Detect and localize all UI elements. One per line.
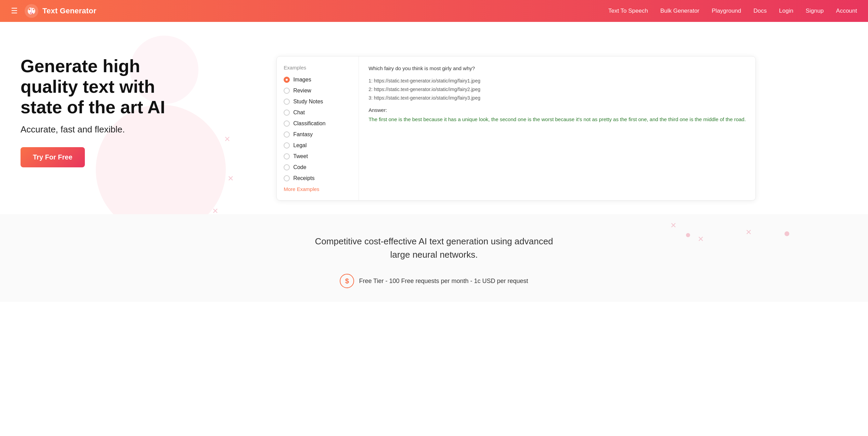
deco-dot-bottom-2	[785, 231, 789, 236]
example-answer-label: Answer:	[368, 107, 746, 113]
navbar-right: Text To Speech Bulk Generator Playground…	[608, 8, 857, 14]
brand-name: Text Generator	[42, 7, 96, 15]
deco-cross-bottom-3: ✕	[746, 228, 752, 237]
example-url-3: 3: https://static.text-generator.io/stat…	[368, 94, 746, 102]
example-name-classification: Classification	[293, 120, 325, 127]
example-url-2: 2: https://static.text-generator.io/stat…	[368, 85, 746, 94]
example-url-1: 1: https://static.text-generator.io/stat…	[368, 77, 746, 85]
deco-cross-bottom-2: ✕	[698, 235, 704, 244]
svg-point-6	[32, 13, 33, 14]
example-item-chat[interactable]: Chat	[284, 110, 352, 116]
nav-link-account[interactable]: Account	[836, 8, 857, 14]
deco-cross-bottom-1: ✕	[670, 221, 676, 230]
free-tier-text: Free Tier - 100 Free requests per month …	[359, 278, 528, 285]
svg-point-3	[29, 9, 30, 10]
radio-chat[interactable]	[284, 110, 290, 116]
bottom-section: ✕ ✕ ✕ Competitive cost-effective AI text…	[0, 214, 868, 302]
brand-logo	[25, 4, 38, 18]
svg-point-5	[30, 13, 31, 14]
example-name-study-notes: Study Notes	[293, 99, 323, 105]
example-item-legal[interactable]: Legal	[284, 142, 352, 149]
radio-receipts[interactable]	[284, 175, 290, 181]
example-answer-text: The first one is the best because it has…	[368, 115, 746, 124]
example-item-classification[interactable]: Classification	[284, 120, 352, 127]
nav-link-playground[interactable]: Playground	[712, 8, 741, 14]
example-urls: 1: https://static.text-generator.io/stat…	[368, 77, 746, 103]
radio-images[interactable]	[284, 77, 290, 83]
nav-link-signup[interactable]: Signup	[806, 8, 824, 14]
radio-fantasy[interactable]	[284, 131, 290, 138]
example-question: Which fairy do you think is most girly a…	[368, 65, 746, 73]
example-item-tweet[interactable]: Tweet	[284, 153, 352, 159]
example-name-review: Review	[293, 88, 311, 94]
svg-point-4	[33, 9, 34, 10]
examples-content: Which fairy do you think is most girly a…	[359, 56, 755, 200]
examples-card: Examples Images Review Study Notes Chat	[276, 56, 756, 201]
radio-classification[interactable]	[284, 120, 290, 127]
example-name-fantasy: Fantasy	[293, 131, 313, 138]
nav-link-text-to-speech[interactable]: Text To Speech	[608, 8, 648, 14]
hero-section: ✕ ✕ ✕ Generate high quality text with st…	[0, 22, 868, 214]
dollar-icon: $	[340, 274, 354, 288]
examples-wrapper: Examples Images Review Study Notes Chat	[185, 49, 847, 201]
navbar: ☰ Text Generator Text To Speech Bulk Gen…	[0, 0, 868, 22]
example-name-images: Images	[293, 77, 311, 83]
example-item-images[interactable]: Images	[284, 77, 352, 83]
hamburger-icon[interactable]: ☰	[11, 7, 18, 15]
more-examples-link[interactable]: More Examples	[284, 186, 352, 192]
bottom-tagline: Competitive cost-effective AI text gener…	[314, 235, 554, 261]
radio-study-notes[interactable]	[284, 99, 290, 105]
example-name-receipts: Receipts	[293, 175, 314, 181]
hero-headline: Generate high quality text with state of…	[21, 56, 185, 117]
nav-link-bulk-generator[interactable]: Bulk Generator	[660, 8, 699, 14]
example-name-chat: Chat	[293, 110, 305, 116]
example-item-study-notes[interactable]: Study Notes	[284, 99, 352, 105]
deco-dot-bottom-1	[686, 233, 690, 237]
examples-sidebar: Examples Images Review Study Notes Chat	[277, 56, 359, 200]
navbar-left: ☰ Text Generator	[11, 4, 608, 18]
example-name-tweet: Tweet	[293, 153, 308, 159]
hero-text: Generate high quality text with state of…	[21, 56, 185, 167]
hero-subheadline: Accurate, fast and flexible.	[21, 124, 185, 135]
radio-code[interactable]	[284, 164, 290, 170]
nav-link-login[interactable]: Login	[779, 8, 793, 14]
radio-legal[interactable]	[284, 142, 290, 149]
try-free-button[interactable]: Try For Free	[21, 147, 85, 167]
bottom-free-tier: $ Free Tier - 100 Free requests per mont…	[21, 274, 847, 288]
example-name-code: Code	[293, 164, 306, 170]
examples-label: Examples	[284, 65, 352, 70]
example-item-code[interactable]: Code	[284, 164, 352, 170]
radio-review[interactable]	[284, 88, 290, 94]
example-item-review[interactable]: Review	[284, 88, 352, 94]
example-item-receipts[interactable]: Receipts	[284, 175, 352, 181]
nav-link-docs[interactable]: Docs	[753, 8, 767, 14]
example-item-fantasy[interactable]: Fantasy	[284, 131, 352, 138]
radio-tweet[interactable]	[284, 153, 290, 159]
example-name-legal: Legal	[293, 142, 307, 149]
